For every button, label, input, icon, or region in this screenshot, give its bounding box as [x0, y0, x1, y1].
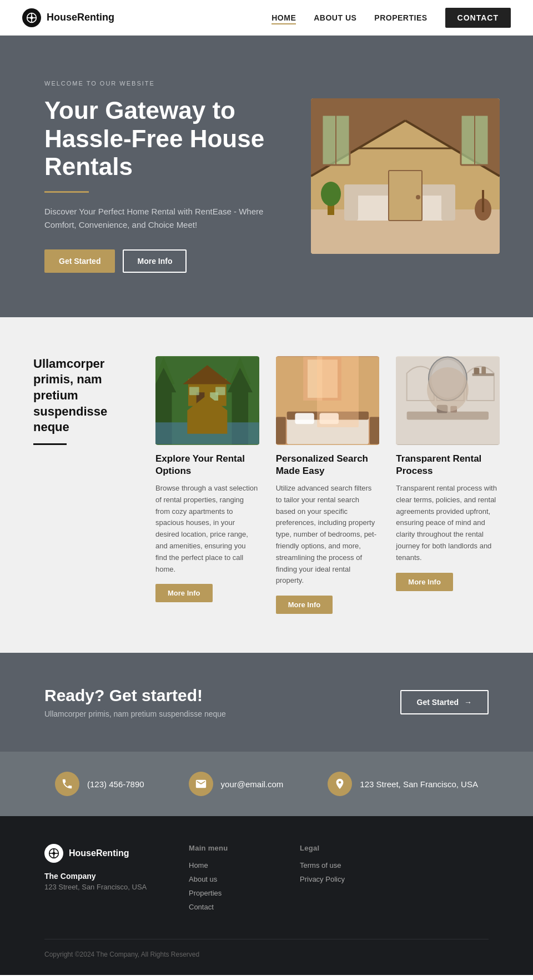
location-icon-circle	[328, 772, 352, 796]
cabin-svg	[155, 356, 259, 445]
svg-rect-49	[319, 413, 338, 424]
svg-point-55	[431, 359, 464, 398]
cta-content: Ready? Get started! Ullamcorper primis, …	[44, 686, 226, 718]
features-divider	[33, 443, 67, 445]
feature-card-2-title: Personalized Search Made Easy	[276, 453, 380, 477]
email-icon	[195, 778, 207, 790]
hero-image	[311, 98, 500, 254]
hero-welcome: WELCOME TO OUR WEBSITE	[44, 80, 289, 87]
svg-rect-19	[441, 184, 455, 221]
svg-point-65	[53, 852, 56, 855]
cta-subtitle: Ullamcorper primis, nam pretium suspendi…	[44, 709, 226, 718]
svg-rect-61	[482, 367, 486, 374]
location-icon	[334, 778, 346, 790]
nav-home[interactable]: HOME	[271, 13, 296, 22]
svg-rect-48	[295, 413, 314, 424]
contact-address-item: 123 Street, San Francisco, USA	[328, 772, 478, 796]
footer-main-menu: Main menu Home About us Properties Conta…	[189, 844, 266, 917]
svg-rect-39	[189, 387, 199, 395]
feature-card-2-btn[interactable]: More Info	[276, 596, 333, 614]
features-title: Ullamcorper primis, nam pretium suspendi…	[33, 356, 133, 436]
footer-copyright: Copyright ©2024 The Company, All Rights …	[44, 951, 489, 958]
footer-brand: HouseRenting The Company 123 Street, San…	[44, 844, 155, 917]
phone-text: (123) 456-7890	[87, 779, 144, 789]
bathroom-svg	[396, 356, 500, 445]
footer: HouseRenting The Company 123 Street, San…	[0, 816, 533, 975]
svg-rect-60	[474, 368, 480, 374]
feature-card-2-image	[276, 356, 380, 445]
phone-icon-circle	[55, 772, 79, 796]
svg-rect-58	[451, 406, 457, 413]
footer-logo[interactable]: HouseRenting	[44, 844, 155, 863]
hero-divider	[44, 191, 89, 193]
arrow-icon: →	[464, 698, 472, 707]
footer-main-menu-title: Main menu	[189, 844, 266, 852]
footer-link-about[interactable]: About us	[189, 875, 266, 883]
svg-rect-50	[276, 417, 286, 444]
footer-link-home[interactable]: Home	[189, 861, 266, 869]
svg-rect-26	[482, 190, 484, 212]
feature-card-3-btn[interactable]: More Info	[396, 573, 453, 591]
hero-image-placeholder	[311, 98, 500, 254]
feature-card-2-desc: Utilize advanced search filters to tailo…	[276, 483, 380, 587]
footer-logo-icon	[44, 844, 63, 863]
bedroom-svg	[276, 356, 380, 445]
email-text: your@email.com	[221, 779, 284, 789]
svg-rect-40	[215, 387, 225, 395]
feature-card-1-title: Explore Your Rental Options	[155, 453, 259, 477]
footer-legal-title: Legal	[300, 844, 378, 852]
contact-button[interactable]: CONTACT	[445, 8, 511, 28]
footer-link-terms[interactable]: Terms of use	[300, 861, 378, 869]
cabin-image	[155, 356, 259, 445]
cta-title: Ready? Get started!	[44, 686, 226, 705]
footer-address: 123 Street, San Francisco, USA	[44, 883, 155, 891]
footer-logo-svg	[48, 848, 59, 859]
email-icon-circle	[189, 772, 213, 796]
feature-card-3: Transparent Rental Process Transparent r…	[396, 356, 500, 614]
svg-rect-45	[308, 359, 338, 398]
hero-content: WELCOME TO OUR WEBSITE Your Gateway to H…	[44, 80, 289, 273]
more-info-button[interactable]: More Info	[123, 249, 187, 273]
logo[interactable]: HouseRenting	[22, 8, 114, 27]
svg-point-22	[416, 195, 420, 199]
svg-rect-34	[155, 422, 259, 444]
cta-button-label: Get Started	[417, 698, 459, 707]
hero-description: Discover Your Perfect Home Rental with R…	[44, 205, 289, 232]
cta-button[interactable]: Get Started →	[400, 690, 489, 714]
footer-company: The Company	[44, 872, 155, 881]
svg-point-24	[321, 182, 341, 206]
svg-rect-44	[322, 357, 341, 401]
feature-card-1-image	[155, 356, 259, 445]
bathroom-image	[396, 356, 500, 445]
svg-rect-42	[276, 357, 380, 417]
features-inner: Ullamcorper primis, nam pretium suspendi…	[33, 356, 500, 614]
navbar: HouseRenting HOME ABOUT US PROPERTIES CO…	[0, 0, 533, 36]
logo-svg	[26, 12, 37, 23]
get-started-button[interactable]: Get Started	[44, 249, 115, 273]
footer-link-properties[interactable]: Properties	[189, 889, 266, 897]
feature-card-2: Personalized Search Made Easy Utilize ad…	[276, 356, 380, 614]
hero-section: WELCOME TO OUR WEBSITE Your Gateway to H…	[0, 36, 533, 317]
contact-bar: (123) 456-7890 your@email.com 123 Street…	[0, 752, 533, 816]
feature-card-1: Explore Your Rental Options Browse throu…	[155, 356, 259, 614]
svg-rect-51	[370, 417, 380, 444]
hero-interior-svg	[311, 98, 500, 254]
cta-section: Ready? Get started! Ullamcorper primis, …	[0, 653, 533, 752]
address-text: 123 Street, San Francisco, USA	[360, 779, 478, 789]
nav-properties[interactable]: PROPERTIES	[374, 13, 427, 22]
features-section: Ullamcorper primis, nam pretium suspendi…	[0, 317, 533, 653]
footer-link-privacy[interactable]: Privacy Policy	[300, 875, 378, 883]
footer-top: HouseRenting The Company 123 Street, San…	[44, 844, 489, 917]
nav-about[interactable]: ABOUT US	[314, 13, 356, 22]
logo-icon	[22, 8, 41, 27]
feature-card-1-btn[interactable]: More Info	[155, 584, 213, 602]
svg-rect-56	[407, 411, 489, 419]
hero-title: Your Gateway to Hassle-Free House Rental…	[44, 97, 289, 181]
brand-name: HouseRenting	[47, 12, 114, 23]
footer-link-contact[interactable]: Contact	[189, 903, 266, 911]
hero-buttons: Get Started More Info	[44, 249, 289, 273]
features-cards: Explore Your Rental Options Browse throu…	[155, 356, 500, 614]
bedroom-image	[276, 356, 380, 445]
nav-links: HOME ABOUT US PROPERTIES CONTACT	[271, 8, 511, 28]
feature-card-1-desc: Browse through a vast selection of renta…	[155, 483, 259, 575]
